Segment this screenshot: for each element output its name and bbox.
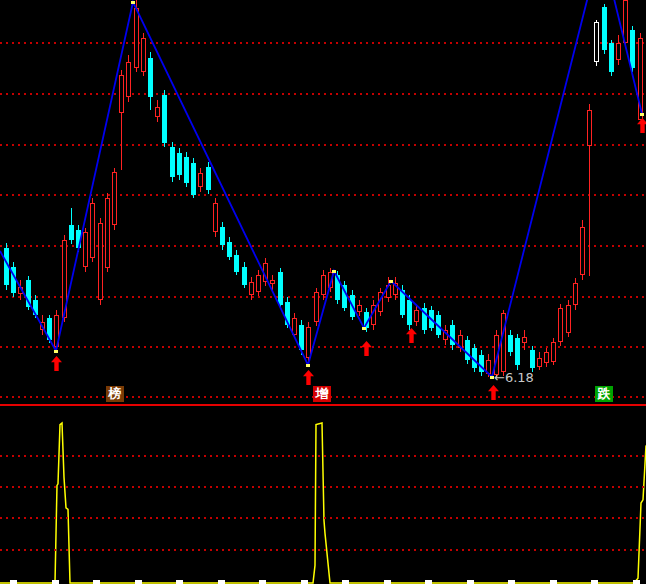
candle-body [292, 318, 297, 335]
x-axis-tick [93, 580, 100, 584]
candle-body [105, 198, 110, 268]
candle-body [285, 302, 290, 325]
candle-body [4, 248, 9, 285]
candle-body [594, 22, 599, 62]
grid-line [0, 93, 646, 95]
candle-body [522, 337, 527, 343]
candle-body [299, 325, 304, 350]
x-axis-tick [342, 580, 349, 584]
candle-body [18, 287, 23, 294]
candle-body [386, 285, 391, 298]
candle-body [98, 223, 103, 300]
candle-body [249, 282, 254, 295]
candle-body [83, 232, 88, 267]
candle-body [328, 272, 333, 288]
candle-body [306, 327, 311, 358]
pivot-dot [332, 270, 336, 273]
candle-body [220, 227, 225, 245]
x-axis-tick [591, 580, 598, 584]
candle-body [558, 308, 563, 342]
candle-body [162, 95, 167, 143]
candle-body [191, 163, 196, 195]
x-axis-tick [467, 580, 474, 584]
candle-body [580, 227, 585, 275]
candle-body [486, 360, 491, 374]
candle-body [537, 358, 542, 367]
grid-line [0, 549, 646, 551]
candle-body [465, 340, 470, 360]
candle-body [47, 318, 52, 340]
x-axis-tick [218, 580, 225, 584]
candle-body [69, 225, 74, 240]
candle-body [26, 280, 31, 307]
grid-line [0, 517, 646, 519]
candle-body [90, 203, 95, 258]
candle-body [530, 350, 535, 368]
candle-body [378, 292, 383, 312]
candle-body [364, 312, 369, 328]
candle-body [400, 290, 405, 315]
candle-body [458, 335, 463, 348]
candle-body [393, 283, 398, 295]
candle-body [638, 38, 643, 120]
candle-body [54, 315, 59, 347]
candle-body [544, 352, 549, 363]
candle-body [155, 107, 160, 117]
candle-body [126, 62, 131, 97]
pivot-dot [131, 1, 135, 4]
candle-body [623, 0, 628, 43]
main-price-panel[interactable] [0, 0, 646, 404]
candle-body [141, 38, 146, 72]
candle-body [630, 30, 635, 68]
candle-body [443, 330, 448, 340]
candle-body [170, 147, 175, 177]
candle-body [566, 305, 571, 333]
candle-body [479, 355, 484, 372]
candle-body [494, 335, 499, 375]
x-axis-tick [425, 580, 432, 584]
candle-body [314, 292, 319, 322]
x-axis-tick [135, 580, 142, 584]
pivot-dot [54, 350, 58, 353]
candle-body [198, 173, 203, 187]
candle-body [76, 230, 81, 248]
candle-body [33, 300, 38, 315]
candle-body [407, 300, 412, 325]
candle-body [515, 338, 520, 365]
x-axis-tick [633, 580, 640, 584]
grid-line [0, 346, 646, 348]
candle-body [119, 75, 124, 113]
x-axis-tick [508, 580, 515, 584]
candle-body [609, 43, 614, 72]
candle-body [40, 322, 45, 330]
candle-body [335, 275, 340, 300]
x-axis-tick [384, 580, 391, 584]
candle-body [184, 157, 189, 183]
candle-body [112, 172, 117, 225]
x-axis-tick [52, 580, 59, 584]
x-axis-tick [10, 580, 17, 584]
candle-body [148, 58, 153, 97]
candle-body [450, 325, 455, 345]
candle-body [616, 43, 621, 60]
pivot-dot [389, 280, 393, 283]
candle-body [422, 308, 427, 330]
candle-body [278, 272, 283, 305]
candle-body [256, 275, 261, 292]
x-axis-tick [176, 580, 183, 584]
stock-chart-window: 榜 增 跌 ←6.18 [0, 0, 646, 584]
low-price-annotation: ←6.18 [494, 370, 534, 385]
grid-line [0, 455, 646, 457]
candle-body [602, 7, 607, 50]
indicator-panel[interactable] [0, 406, 646, 584]
pivot-dot [306, 364, 310, 367]
candle-body [573, 283, 578, 305]
x-axis-tick [259, 580, 266, 584]
candle-body [11, 267, 16, 293]
candle-body [342, 285, 347, 308]
grid-line [0, 245, 646, 247]
candle-body [134, 8, 139, 68]
candle-body [177, 153, 182, 175]
candle-body [242, 267, 247, 285]
grid-line [0, 486, 646, 488]
